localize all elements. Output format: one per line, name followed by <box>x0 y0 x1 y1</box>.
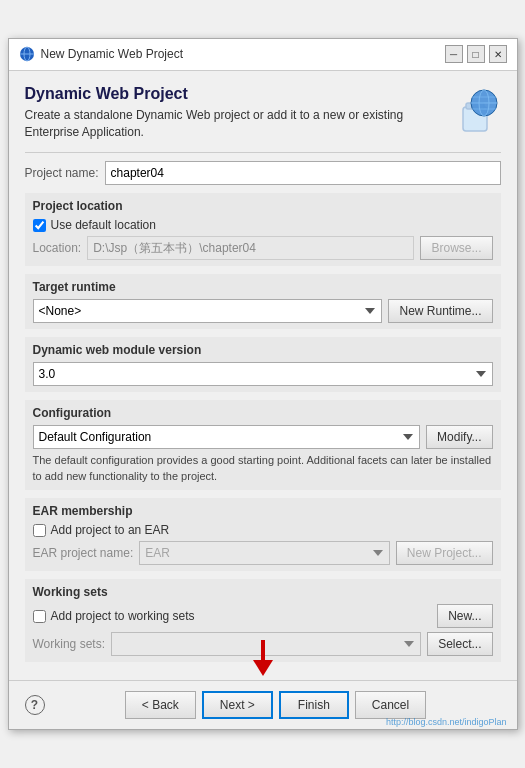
select-working-set-button[interactable]: Select... <box>427 632 492 656</box>
use-default-location-label: Use default location <box>51 218 156 232</box>
watermark: http://blog.csdn.net/indigoPlan <box>386 717 507 727</box>
configuration-info: The default configuration provides a goo… <box>33 453 493 484</box>
finish-button[interactable]: Finish <box>279 691 349 719</box>
next-button[interactable]: Next > <box>202 691 273 719</box>
new-runtime-button[interactable]: New Runtime... <box>388 299 492 323</box>
target-runtime-select[interactable]: <None> <box>33 299 383 323</box>
project-location-section: Project location Use default location Lo… <box>25 193 501 266</box>
use-default-location-row: Use default location <box>33 218 493 232</box>
svg-marker-13 <box>253 660 273 676</box>
help-button[interactable]: ? <box>25 695 45 715</box>
location-input <box>87 236 414 260</box>
ear-membership-title: EAR membership <box>33 504 493 518</box>
minimize-button[interactable]: ─ <box>445 45 463 63</box>
working-sets-label: Working sets: <box>33 637 105 651</box>
title-bar: New Dynamic Web Project ─ □ ✕ <box>9 39 517 71</box>
ear-project-row: EAR project name: EAR New Project... <box>33 541 493 565</box>
page-title: Dynamic Web Project <box>25 85 439 103</box>
header-text: Dynamic Web Project Create a standalone … <box>25 85 439 141</box>
window-icon <box>19 46 35 62</box>
title-bar-controls: ─ □ ✕ <box>445 45 507 63</box>
footer-buttons: < Back Next > Finish Cancel <box>51 691 501 719</box>
title-bar-left: New Dynamic Web Project <box>19 46 184 62</box>
new-working-set-button[interactable]: New... <box>437 604 492 628</box>
project-name-label: Project name: <box>25 166 99 180</box>
cancel-button[interactable]: Cancel <box>355 691 426 719</box>
location-label: Location: <box>33 241 82 255</box>
location-row: Location: Browse... <box>33 236 493 260</box>
dynamic-web-module-title: Dynamic web module version <box>33 343 493 357</box>
configuration-title: Configuration <box>33 406 493 420</box>
add-to-ear-row: Add project to an EAR <box>33 523 493 537</box>
dynamic-web-module-section: Dynamic web module version 3.0 <box>25 337 501 392</box>
target-runtime-section: Target runtime <None> New Runtime... <box>25 274 501 329</box>
close-button[interactable]: ✕ <box>489 45 507 63</box>
working-sets-title: Working sets <box>33 585 493 599</box>
add-to-working-sets-row: Add project to working sets <box>33 609 195 623</box>
footer-row: ? < Back Next > Finish Cancel <box>25 691 501 719</box>
globe-jar-icon <box>449 85 501 137</box>
project-name-row: Project name: <box>25 161 501 185</box>
modify-button[interactable]: Modify... <box>426 425 492 449</box>
browse-button[interactable]: Browse... <box>420 236 492 260</box>
add-to-ear-checkbox[interactable] <box>33 524 46 537</box>
arrow-indicator <box>243 638 283 681</box>
dialog-content: Dynamic Web Project Create a standalone … <box>9 71 517 680</box>
window-title: New Dynamic Web Project <box>41 47 184 61</box>
page-subtitle: Create a standalone Dynamic Web project … <box>25 107 439 141</box>
ear-membership-section: EAR membership Add project to an EAR EAR… <box>25 498 501 571</box>
dialog-header: Dynamic Web Project Create a standalone … <box>25 85 501 141</box>
back-button[interactable]: < Back <box>125 691 196 719</box>
new-project-button[interactable]: New Project... <box>396 541 493 565</box>
add-to-working-sets-label: Add project to working sets <box>51 609 195 623</box>
header-divider <box>25 152 501 153</box>
maximize-button[interactable]: □ <box>467 45 485 63</box>
ear-project-select: EAR <box>139 541 390 565</box>
dynamic-web-module-select[interactable]: 3.0 <box>33 362 493 386</box>
configuration-select[interactable]: Default Configuration <box>33 425 421 449</box>
dialog-footer: ? < Back Next > Finish Cancel http://blo… <box>9 680 517 729</box>
use-default-location-checkbox[interactable] <box>33 219 46 232</box>
add-to-ear-label: Add project to an EAR <box>51 523 170 537</box>
configuration-row: Default Configuration Modify... <box>33 425 493 449</box>
add-to-working-sets-checkbox[interactable] <box>33 610 46 623</box>
target-runtime-title: Target runtime <box>33 280 493 294</box>
ear-project-name-label: EAR project name: <box>33 546 134 560</box>
project-location-title: Project location <box>33 199 493 213</box>
target-runtime-row: <None> New Runtime... <box>33 299 493 323</box>
configuration-section: Configuration Default Configuration Modi… <box>25 400 501 490</box>
dialog-window: New Dynamic Web Project ─ □ ✕ Dynamic We… <box>8 38 518 730</box>
project-name-input[interactable] <box>105 161 501 185</box>
help-area: ? <box>25 695 51 715</box>
